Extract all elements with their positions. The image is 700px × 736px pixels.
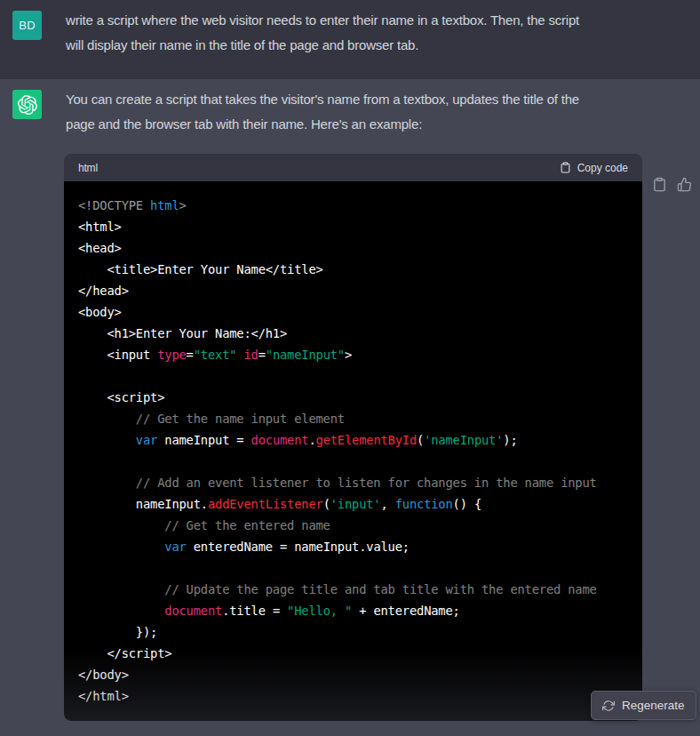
code-line: <html>: [78, 216, 628, 237]
assistant-message-row: You can create a script that takes the v…: [0, 78, 700, 736]
code-line: // Add an event listener to listen for c…: [78, 472, 628, 493]
code-language-label: html: [78, 156, 98, 180]
code-line: document.title = "Hello, " + enteredName…: [78, 600, 628, 621]
thumbs-up-icon: [677, 177, 692, 192]
code-block: html Copy code <!DOCTYPE html><html><hea…: [64, 154, 642, 721]
code-line: </script>: [78, 643, 628, 664]
code-line: <!DOCTYPE html>: [78, 195, 628, 216]
clipboard-icon: [560, 162, 571, 173]
code-line: });: [78, 621, 628, 643]
code-line: var enteredName = nameInput.value;: [78, 536, 628, 557]
assistant-message: You can create a script that takes the v…: [66, 87, 642, 721]
user-message-text: write a script where the web visitor nee…: [66, 8, 579, 33]
regenerate-icon: [602, 700, 615, 712]
user-message-row: BD write a script where the web visitor …: [0, 0, 700, 78]
code-block-header: html Copy code: [64, 154, 642, 181]
code-line: <head>: [78, 237, 628, 259]
code-content: <!DOCTYPE html><html><head> <title>Enter…: [64, 181, 642, 721]
assistant-message-text: page and the browser tab with their name…: [66, 112, 642, 137]
user-message: write a script where the web visitor nee…: [66, 8, 579, 58]
code-line: var nameInput = document.getElementById(…: [78, 429, 628, 451]
code-line: <input type="text" id="nameInput">: [78, 344, 628, 365]
regenerate-button[interactable]: Regenerate: [591, 691, 696, 720]
copy-code-button[interactable]: Copy code: [560, 162, 628, 174]
code-line: // Update the page title and tab title w…: [78, 579, 628, 600]
clipboard-icon: [652, 177, 667, 192]
code-line: [78, 365, 628, 387]
code-line: <title>Enter Your Name</title>: [78, 259, 628, 280]
code-line: nameInput.addEventListener('input', func…: [78, 493, 628, 515]
user-avatar-initials: BD: [19, 19, 36, 32]
code-line: // Get the name input element: [78, 408, 628, 429]
user-avatar: BD: [12, 11, 42, 40]
code-line: <h1>Enter Your Name:</h1>: [78, 323, 628, 344]
assistant-avatar: [12, 90, 42, 119]
thumbs-up-button[interactable]: [677, 177, 692, 192]
code-line: [78, 451, 628, 472]
chat-window: BD write a script where the web visitor …: [0, 0, 700, 736]
code-line: </body>: [78, 664, 628, 685]
copy-response-button[interactable]: [652, 177, 667, 192]
code-line: </head>: [78, 280, 628, 301]
message-actions: [652, 177, 692, 192]
regenerate-label: Regenerate: [622, 699, 685, 712]
assistant-message-text: You can create a script that takes the v…: [66, 87, 642, 112]
code-line: <body>: [78, 301, 628, 323]
code-line: <script>: [78, 387, 628, 408]
user-message-text: will display their name in the title of …: [66, 33, 579, 58]
code-line: </html>: [78, 685, 628, 707]
openai-logo-icon: [18, 95, 37, 115]
code-line: // Get the entered name: [78, 515, 628, 536]
copy-code-label: Copy code: [577, 162, 628, 174]
code-line: [78, 557, 628, 579]
